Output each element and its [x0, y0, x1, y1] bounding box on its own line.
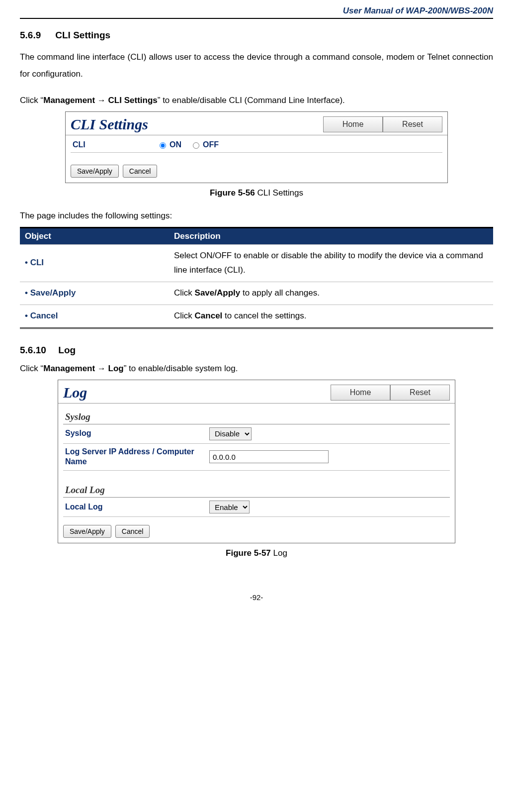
row-object: CLI	[25, 258, 44, 267]
home-button[interactable]: Home	[323, 116, 383, 132]
table-intro: The page includes the following settings…	[20, 211, 493, 221]
cli-label: CLI	[73, 140, 157, 149]
nav-instruction-log: Click “Management → Log” to enable/disab…	[20, 364, 493, 374]
section-intro: The command line interface (CLI) allows …	[20, 49, 493, 83]
group-local-log: Local Log	[63, 480, 450, 498]
page-number: -92-	[20, 593, 493, 602]
screenshot-log: Log Home Reset Syslog Syslog Disable Log…	[58, 380, 455, 544]
cli-on-radio[interactable]	[160, 142, 166, 149]
local-log-label: Local Log	[65, 502, 209, 512]
section-number: 5.6.10	[20, 345, 56, 356]
panel-title: CLI Settings	[71, 116, 148, 133]
panel-title: Log	[63, 384, 87, 401]
section-title: CLI Settings	[55, 30, 110, 40]
cancel-button[interactable]: Cancel	[115, 525, 150, 538]
syslog-select[interactable]: Disable	[209, 427, 252, 440]
cli-radio-group: ON OFF	[157, 140, 219, 149]
doc-header: User Manual of WAP-200N/WBS-200N	[20, 6, 493, 19]
log-server-ip-label: Log Server IP Address / Computer Name	[65, 447, 209, 468]
save-apply-button[interactable]: Save/Apply	[63, 525, 111, 538]
row-description: Click Cancel to cancel the settings.	[169, 304, 493, 328]
group-syslog: Syslog	[63, 406, 450, 424]
log-server-ip-input[interactable]	[209, 450, 329, 463]
cli-off-option[interactable]: OFF	[190, 140, 219, 149]
section-heading-log: 5.6.10 Log	[20, 345, 493, 356]
nav-instruction-cli: Click “Management → CLI Settings” to ena…	[20, 96, 493, 105]
figure-caption-log: Figure 5-57 Log	[20, 548, 493, 558]
table-row: Cancel Click Cancel to cancel the settin…	[20, 304, 493, 328]
row-description: Click Save/Apply to apply all changes.	[169, 282, 493, 304]
cancel-button[interactable]: Cancel	[123, 165, 158, 178]
section-title: Log	[58, 345, 76, 355]
cli-on-option[interactable]: ON	[157, 140, 181, 149]
section-number: 5.6.9	[20, 30, 53, 41]
reset-button[interactable]: Reset	[383, 116, 442, 132]
row-description: Select ON/OFF to enable or disable the a…	[169, 245, 493, 282]
screenshot-cli-settings: CLI Settings Home Reset CLI ON	[65, 111, 448, 183]
cli-off-radio[interactable]	[193, 142, 199, 149]
figure-caption-cli: Figure 5-56 CLI Settings	[20, 188, 493, 198]
local-log-select[interactable]: Enable	[209, 501, 250, 513]
row-object: Save/Apply	[25, 288, 76, 298]
col-description: Description	[169, 228, 493, 245]
col-object: Object	[20, 228, 169, 245]
section-heading-cli: 5.6.9 CLI Settings	[20, 30, 493, 41]
save-apply-button[interactable]: Save/Apply	[71, 165, 119, 178]
row-object: Cancel	[25, 311, 58, 320]
settings-table: Object Description CLI Select ON/OFF to …	[20, 227, 493, 329]
table-row: Save/Apply Click Save/Apply to apply all…	[20, 282, 493, 304]
syslog-label: Syslog	[65, 428, 209, 439]
table-row: CLI Select ON/OFF to enable or disable t…	[20, 245, 493, 282]
home-button[interactable]: Home	[331, 385, 390, 401]
reset-button[interactable]: Reset	[390, 385, 450, 401]
